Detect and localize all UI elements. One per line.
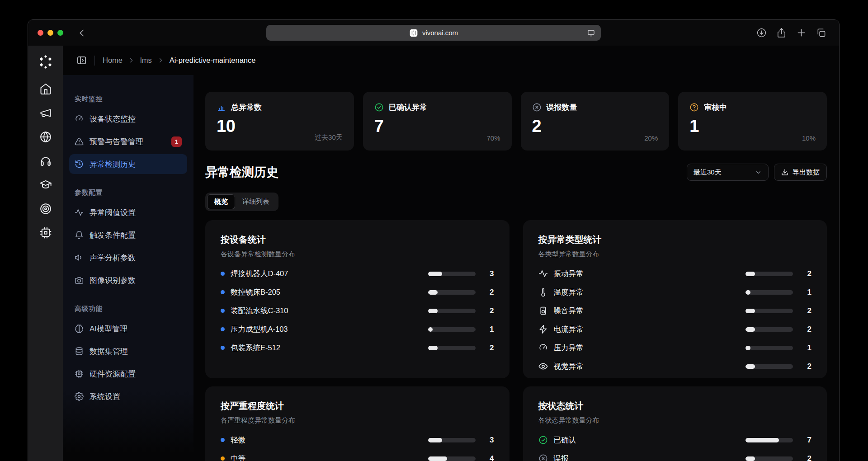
rail-headphones-icon[interactable]	[39, 155, 52, 167]
card-subtitle: 各状态异常数量分布	[538, 416, 812, 425]
sidebar-item-label: 设备状态监控	[90, 114, 136, 124]
close-button[interactable]	[38, 30, 43, 36]
type-row: 噪音异常 2	[538, 301, 812, 320]
charts-grid: 按设备统计 各设备异常检测数量分布 焊接机器人D-407 3	[205, 220, 827, 461]
sidebar-item-anomaly-history[interactable]: 异常检测历史	[69, 154, 187, 174]
sidebar: 实时监控 设备状态监控 预警与告警管理 1 异常检测历史	[63, 75, 193, 461]
back-icon[interactable]	[77, 28, 87, 38]
row-value: 4	[482, 454, 494, 461]
bar-fill	[745, 364, 755, 369]
bar-track	[745, 364, 793, 369]
stat-label: 总异常数	[231, 102, 262, 113]
tab-detail-list[interactable]: 详细列表	[235, 194, 277, 209]
volume-icon	[75, 253, 84, 262]
new-tab-icon[interactable]	[796, 28, 807, 38]
view-tabs: 概览 详细列表	[205, 193, 278, 211]
card-title: 按设备统计	[221, 234, 494, 246]
sidebar-item-alerts[interactable]: 预警与告警管理 1	[69, 132, 187, 151]
stat-label: 已确认异常	[389, 102, 427, 113]
rail-megaphone-icon[interactable]	[39, 107, 52, 119]
divider	[94, 56, 95, 66]
row-label: 已确认	[554, 435, 746, 445]
sidebar-section-label: 参数配置	[75, 188, 182, 197]
row-value: 1	[800, 288, 811, 297]
sidebar-item-label: 数据集管理	[90, 346, 128, 357]
sidebar-item-acoustic[interactable]: 声学分析参数	[69, 248, 187, 268]
titlebar-actions	[756, 28, 826, 38]
chevron-right-icon	[128, 57, 135, 64]
bar-track	[428, 456, 476, 461]
sidebar-item-label: 硬件资源配置	[90, 369, 136, 379]
row-label: 装配流水线C-310	[231, 306, 428, 316]
date-range-select[interactable]: 最近30天	[687, 164, 769, 181]
tab-overview[interactable]: 概览	[207, 194, 235, 209]
row-label: 噪音异常	[554, 306, 746, 316]
bar-fill	[745, 346, 750, 350]
export-label: 导出数据	[793, 168, 820, 177]
zoom-button[interactable]	[57, 30, 63, 36]
bar-fill	[428, 290, 438, 295]
sidebar-item-ai-models[interactable]: AI模型管理	[69, 319, 187, 339]
legend-dot	[221, 327, 225, 331]
bar-track	[428, 309, 476, 313]
breadcrumb-lms[interactable]: lms	[140, 56, 152, 65]
sidebar-toggle-icon[interactable]	[76, 55, 87, 66]
bar-track	[745, 327, 793, 332]
rail-target-icon[interactable]	[39, 202, 52, 215]
activity-icon	[538, 269, 548, 278]
app-logo-icon[interactable]	[36, 52, 55, 71]
minimize-button[interactable]	[47, 30, 53, 36]
bar-fill	[745, 290, 750, 295]
zap-icon	[538, 325, 548, 334]
sidebar-item-settings[interactable]: 系统设置	[69, 386, 187, 406]
sidebar-item-trigger[interactable]: 触发条件配置	[69, 225, 187, 245]
type-row: 视觉异常 2	[538, 357, 812, 376]
row-value: 2	[800, 454, 811, 461]
device-row: 装配流水线C-310 2	[221, 301, 494, 320]
bar-track	[745, 309, 793, 313]
legend-dot	[221, 309, 225, 313]
check-circle-icon	[374, 103, 384, 112]
sidebar-item-hardware[interactable]: 硬件资源配置	[69, 364, 187, 384]
chevron-down-icon	[755, 169, 762, 176]
alert-count-badge: 1	[171, 136, 182, 147]
row-label: 焊接机器人D-407	[231, 269, 428, 279]
bar-track	[745, 346, 793, 350]
card-title: 按状态统计	[538, 400, 812, 412]
rail-home-icon[interactable]	[39, 83, 52, 95]
legend-dot	[221, 290, 225, 294]
titlebar: vivonai.com	[28, 20, 839, 46]
sidebar-item-datasets[interactable]: 数据集管理	[69, 341, 187, 361]
sidebar-item-label: 声学分析参数	[90, 253, 136, 263]
stat-card-false-positive: 误报数量 2 20%	[521, 92, 670, 151]
type-row: 温度异常 1	[538, 283, 812, 301]
legend-dot	[221, 346, 225, 350]
sidebar-item-threshold[interactable]: 异常阈值设置	[69, 202, 187, 222]
sidebar-item-image-recognition[interactable]: 图像识别参数	[69, 270, 187, 290]
sidebar-item-label: AI模型管理	[90, 324, 127, 334]
row-value: 2	[800, 269, 811, 278]
row-value: 3	[482, 436, 494, 445]
device-row: 包装系统E-512 2	[221, 339, 494, 357]
sidebar-item-device-status[interactable]: 设备状态监控	[69, 109, 187, 129]
address-bar[interactable]: vivonai.com	[266, 25, 601, 41]
page-title: 异常检测历史	[205, 164, 278, 180]
downloads-icon[interactable]	[756, 28, 767, 38]
sidebar-item-label: 系统设置	[90, 391, 120, 402]
export-data-button[interactable]: 导出数据	[774, 164, 827, 181]
rail-nav	[39, 83, 52, 239]
device-row: 焊接机器人D-407 3	[221, 264, 494, 283]
tab-overview-icon[interactable]	[586, 28, 596, 38]
rail-globe-icon[interactable]	[39, 131, 52, 143]
share-icon[interactable]	[776, 28, 787, 38]
bar-track	[745, 456, 793, 461]
rail-cpu-icon[interactable]	[39, 226, 52, 239]
stat-card-confirmed: 已确认异常 7 70%	[363, 92, 512, 151]
rail-graduation-cap-icon[interactable]	[39, 179, 52, 191]
bar-track	[428, 438, 476, 442]
alert-triangle-icon	[75, 137, 84, 146]
breadcrumb-home[interactable]: Home	[103, 56, 123, 65]
stat-label: 审核中	[704, 102, 727, 113]
tabs-icon[interactable]	[816, 28, 826, 38]
bar-track	[745, 438, 793, 442]
